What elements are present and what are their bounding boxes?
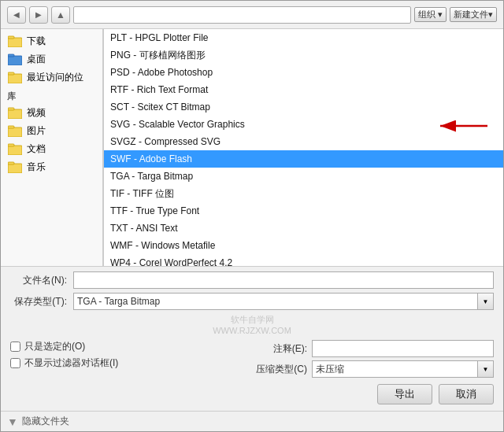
svg-rect-8 — [8, 127, 22, 137]
file-list-container: PLT - HPGL Plotter FilePNG - 可移植网络图形PSD … — [103, 29, 503, 266]
filetype-input[interactable] — [73, 293, 478, 310]
main-content: 下载 桌面 最近访问的位 库 视频 — [1, 29, 503, 266]
forward-button[interactable]: ▶ — [29, 6, 48, 24]
watermark-text: 软牛自学网WWW.RJZXW.COM — [213, 315, 291, 335]
sidebar-item-recent[interactable]: 最近访问的位 — [1, 68, 102, 87]
compress-input[interactable] — [312, 360, 478, 378]
sidebar-label-download: 下载 — [27, 35, 46, 48]
sidebar-item-desktop[interactable]: 桌面 — [1, 50, 102, 68]
list-item[interactable]: RTF - Rich Text Format — [104, 81, 503, 98]
list-item[interactable]: WP4 - Corel WordPerfect 4.2 — [104, 254, 503, 266]
svg-rect-9 — [8, 126, 14, 128]
list-item[interactable]: SVG - Scalable Vector Graphics — [104, 116, 503, 133]
sidebar-item-pictures[interactable]: 图片 — [1, 122, 102, 140]
checkboxes-column: 只是选定的(O) 不显示过滤器对话框(I) — [10, 340, 252, 370]
sidebar-item-music[interactable]: 音乐 — [1, 158, 102, 176]
list-item[interactable]: TXT - ANSI Text — [104, 220, 503, 237]
list-item[interactable]: WMF - Windows Metafile — [104, 237, 503, 254]
svg-rect-11 — [8, 144, 14, 146]
folder-icon-desktop — [7, 54, 23, 66]
filetype-label: 保存类型(T): — [10, 295, 73, 308]
sidebar-item-documents[interactable]: 文档 — [1, 140, 102, 158]
sidebar-label-documents: 文档 — [27, 142, 46, 156]
sidebar-label-video: 视频 — [27, 106, 46, 120]
export-button[interactable]: 导出 — [377, 384, 432, 404]
sidebar-item-download[interactable]: 下载 — [1, 32, 102, 50]
list-item[interactable]: TTF - True Type Font — [104, 202, 503, 220]
svg-rect-6 — [8, 109, 22, 119]
bottom-area: 文件名(N): 保存类型(T): ▼ 软牛自学网WWW.RJZXW.COM 只是… — [1, 266, 503, 409]
list-item[interactable]: SWF - Adobe Flash — [104, 150, 503, 168]
folder-icon-music — [7, 161, 23, 174]
svg-rect-3 — [8, 54, 14, 57]
checkbox-row-2: 不显示过滤器对话框(I) — [10, 356, 252, 370]
folder-icon-pictures — [7, 125, 23, 138]
buttons-row: 导出 取消 — [10, 384, 494, 404]
svg-rect-10 — [8, 146, 22, 155]
filename-input[interactable] — [73, 271, 494, 289]
toolbar: ◀ ▶ ▲ 组织 ▾ 新建文件▾ — [1, 1, 503, 29]
note-row: 注释(E): — [252, 340, 494, 357]
filename-row: 文件名(N): — [10, 271, 494, 289]
no-filter-dialog-checkbox[interactable] — [10, 358, 20, 368]
path-box — [73, 6, 411, 24]
list-item[interactable]: TIF - TIFF 位图 — [104, 185, 503, 202]
compress-label: 压缩类型(C) — [252, 363, 307, 376]
watermark: 软牛自学网WWW.RJZXW.COM — [10, 314, 494, 335]
compress-row: 压缩类型(C) ▼ — [252, 360, 494, 378]
organize-button[interactable]: 组织 ▾ — [414, 7, 447, 22]
checkbox-row-1: 只是选定的(O) — [10, 340, 252, 353]
list-item[interactable]: SVGZ - Compressed SVG — [104, 133, 503, 150]
filetype-dropdown-arrow[interactable]: ▼ — [478, 293, 494, 310]
svg-rect-1 — [8, 36, 14, 39]
only-selected-label: 只是选定的(O) — [24, 340, 85, 353]
export-dialog: ◀ ▶ ▲ 组织 ▾ 新建文件▾ 下载 桌面 — [0, 0, 504, 432]
sidebar-label-music: 音乐 — [27, 161, 46, 174]
svg-rect-12 — [8, 164, 22, 173]
hidden-files-label: 隐藏文件夹 — [22, 415, 69, 428]
options-row: 只是选定的(O) 不显示过滤器对话框(I) 注释(E): 压缩类型(C) ▼ — [10, 340, 494, 378]
filetype-row: 保存类型(T): ▼ — [10, 293, 494, 310]
list-item[interactable]: SCT - Scitex CT Bitmap — [104, 98, 503, 116]
list-item[interactable]: TGA - Targa Bitmap — [104, 168, 503, 185]
sidebar-item-video[interactable]: 视频 — [1, 104, 102, 122]
hidden-files-row[interactable]: ▼ 隐藏文件夹 — [1, 411, 503, 431]
note-label: 注释(E): — [252, 342, 307, 356]
hidden-files-icon: ▼ — [7, 415, 18, 428]
toolbar-right: 组织 ▾ 新建文件▾ — [414, 7, 497, 22]
filename-label: 文件名(N): — [10, 274, 73, 287]
only-selected-checkbox[interactable] — [10, 342, 20, 352]
up-button[interactable]: ▲ — [51, 6, 70, 24]
folder-icon-recent — [7, 72, 23, 84]
file-list: PLT - HPGL Plotter FilePNG - 可移植网络图形PSD … — [104, 29, 503, 266]
compress-dropdown-arrow[interactable]: ▼ — [478, 360, 494, 378]
sidebar-section-library: 库 — [1, 87, 102, 104]
svg-rect-0 — [8, 38, 22, 47]
folder-icon — [7, 35, 23, 48]
folder-icon-documents — [7, 143, 23, 156]
right-options: 注释(E): 压缩类型(C) ▼ — [252, 340, 494, 378]
compress-select-wrapper: ▼ — [312, 360, 494, 378]
folder-icon-video — [7, 107, 23, 120]
list-item[interactable]: PNG - 可移植网络图形 — [104, 46, 503, 64]
sidebar-label-pictures: 图片 — [27, 124, 46, 138]
sidebar-label-recent: 最近访问的位 — [27, 71, 83, 84]
list-item[interactable]: PSD - Adobe Photoshop — [104, 64, 503, 81]
svg-rect-4 — [8, 74, 22, 83]
no-filter-dialog-label: 不显示过滤器对话框(I) — [24, 356, 118, 370]
svg-rect-7 — [8, 108, 14, 110]
svg-rect-5 — [8, 72, 14, 75]
svg-rect-13 — [8, 162, 14, 164]
filetype-dropdown: ▼ — [73, 293, 494, 310]
back-button[interactable]: ◀ — [7, 6, 26, 24]
list-item[interactable]: PLT - HPGL Plotter File — [104, 29, 503, 46]
svg-rect-2 — [8, 56, 22, 65]
sidebar-label-desktop: 桌面 — [27, 53, 46, 66]
sidebar: 下载 桌面 最近访问的位 库 视频 — [1, 29, 103, 266]
note-input[interactable] — [312, 340, 494, 357]
cancel-button[interactable]: 取消 — [439, 384, 494, 404]
new-folder-button[interactable]: 新建文件▾ — [450, 7, 497, 22]
